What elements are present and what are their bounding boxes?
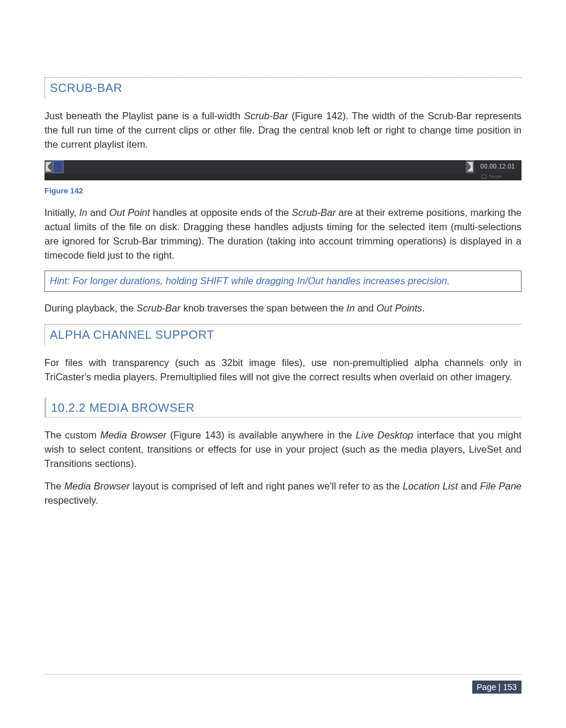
heading-text: 10.2.2 MEDIA BROWSER bbox=[51, 401, 522, 415]
paragraph: Initially, In and Out Point handles at o… bbox=[44, 206, 522, 263]
hint-box: Hint: For longer durations, holding SHIF… bbox=[44, 271, 522, 292]
figure-caption: Figure 142 bbox=[44, 186, 522, 195]
emphasis: Scrub-Bar bbox=[292, 207, 336, 218]
svg-rect-3 bbox=[470, 162, 473, 171]
checkbox-icon bbox=[481, 174, 486, 179]
single-label: Single bbox=[489, 174, 502, 179]
text: The custom bbox=[44, 430, 100, 440]
document-page: SCRUB-BAR Just beneath the Playlist pane… bbox=[0, 0, 566, 508]
emphasis: File Pane bbox=[480, 481, 522, 491]
scrub-knob[interactable] bbox=[53, 160, 63, 173]
emphasis: Live Desktop bbox=[356, 430, 414, 440]
emphasis: Scrub-Bar bbox=[136, 303, 180, 313]
svg-rect-0 bbox=[46, 162, 48, 171]
timecode-readout: 00.00.12.01 bbox=[474, 160, 522, 173]
text: respectively. bbox=[44, 495, 98, 506]
text: layout is comprised of left and right pa… bbox=[130, 481, 403, 491]
scrub-track[interactable]: 00.00.12.01 bbox=[44, 160, 522, 173]
text: . bbox=[422, 303, 425, 313]
paragraph: During playback, the Scrub-Bar knob trav… bbox=[44, 301, 522, 316]
svg-marker-4 bbox=[467, 162, 470, 166]
text: During playback, the bbox=[44, 303, 136, 313]
emphasis: Location List bbox=[403, 481, 458, 491]
hint-text: Hint: For longer durations, holding SHIF… bbox=[50, 274, 516, 288]
emphasis: Out Points bbox=[377, 303, 422, 313]
out-point-handle[interactable] bbox=[466, 160, 474, 173]
scrub-bottom-strip: Single bbox=[44, 173, 522, 180]
text: and bbox=[87, 207, 109, 218]
text: Just beneath the Playlist pane is a full… bbox=[44, 110, 244, 121]
emphasis: Media Browser bbox=[64, 481, 129, 491]
heading-text: ALPHA CHANNEL SUPPORT bbox=[50, 328, 522, 342]
out-handle-icon bbox=[466, 160, 474, 173]
scrub-track-fill bbox=[63, 160, 466, 173]
text: handles at opposite ends of the bbox=[150, 207, 292, 218]
emphasis: Media Browser bbox=[100, 430, 167, 440]
section-heading-scrub-bar: SCRUB-BAR bbox=[44, 77, 522, 98]
emphasis: Out Point bbox=[109, 207, 150, 218]
page-number: Page | 153 bbox=[472, 681, 522, 694]
paragraph: Just beneath the Playlist pane is a full… bbox=[44, 109, 522, 152]
text: The bbox=[44, 481, 64, 491]
emphasis: Scrub-Bar bbox=[244, 110, 288, 121]
scrub-bar-widget: 00.00.12.01 Single bbox=[44, 160, 522, 180]
single-toggle[interactable]: Single bbox=[481, 174, 517, 180]
paragraph: The Media Browser layout is comprised of… bbox=[44, 479, 522, 508]
text: (Figure 143) is available anywhere in th… bbox=[167, 430, 356, 440]
emphasis: In bbox=[346, 303, 355, 313]
heading-text: SCRUB-BAR bbox=[50, 81, 522, 95]
paragraph: The custom Media Browser (Figure 143) is… bbox=[44, 428, 522, 471]
svg-marker-1 bbox=[48, 162, 52, 166]
text: and bbox=[355, 303, 377, 313]
svg-marker-2 bbox=[48, 168, 52, 171]
text: knob traverses the span between the bbox=[180, 303, 346, 313]
in-handle-icon bbox=[44, 160, 53, 173]
section-heading-media-browser: 10.2.2 MEDIA BROWSER bbox=[44, 398, 522, 418]
footer-rule bbox=[44, 674, 522, 675]
section-heading-alpha: ALPHA CHANNEL SUPPORT bbox=[44, 324, 522, 345]
text: Initially, bbox=[44, 207, 79, 218]
paragraph: For files with transparency (such as 32b… bbox=[44, 356, 522, 384]
text: and bbox=[458, 481, 480, 491]
in-point-handle[interactable] bbox=[44, 160, 53, 173]
scrub-bar-figure: 00.00.12.01 Single bbox=[44, 160, 522, 180]
svg-marker-5 bbox=[467, 168, 470, 171]
emphasis: In bbox=[79, 207, 87, 218]
